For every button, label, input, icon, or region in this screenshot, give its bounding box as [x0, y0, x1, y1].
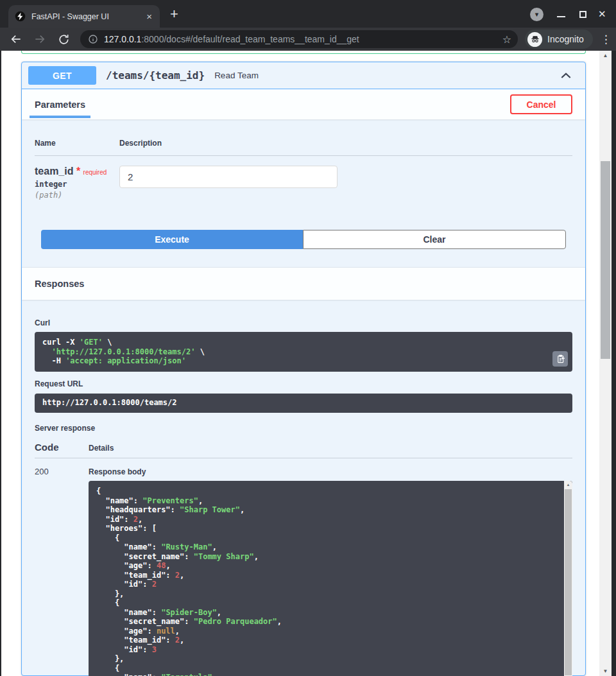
- site-info-icon[interactable]: [88, 34, 98, 44]
- page-scrollbar[interactable]: ▲ ▼: [599, 51, 612, 676]
- back-icon[interactable]: [9, 32, 23, 46]
- details-column-header: Details: [89, 444, 114, 453]
- active-tab-underline: [30, 116, 90, 118]
- cancel-button[interactable]: Cancel: [510, 94, 572, 114]
- response-row: 200 Response body { "name": "Preventers"…: [35, 467, 572, 676]
- forward-icon[interactable]: [33, 32, 47, 46]
- incognito-label: Incognito: [547, 34, 584, 44]
- previous-operation-edge: [21, 51, 586, 54]
- curl-command-block: curl -X 'GET' \ 'http://127.0.0.1:8000/t…: [35, 332, 572, 372]
- browser-tab[interactable]: FastAPI - Swagger UI ×: [8, 5, 160, 28]
- address-bar[interactable]: 127.0.0.1:8000/docs#/default/read_team_t…: [80, 30, 518, 48]
- parameter-name: team_id * required: [35, 166, 119, 177]
- browser-window: FastAPI - Swagger UI × + ▾ ✕ 127.0.0.1:8…: [0, 0, 616, 676]
- new-tab-button[interactable]: +: [170, 6, 178, 22]
- fastapi-favicon-icon: [15, 11, 26, 22]
- menu-icon[interactable]: ⋮: [601, 33, 612, 46]
- copy-to-clipboard-button[interactable]: [552, 351, 568, 367]
- curl-command-text: curl -X 'GET' \ 'http://127.0.0.1:8000/t…: [42, 338, 565, 366]
- response-body-block: { "name": "Preventers", "headquarters": …: [89, 481, 572, 676]
- parameter-row: team_id * required integer (path): [35, 166, 572, 200]
- minimize-button[interactable]: [557, 16, 565, 17]
- code-column-header: Code: [35, 442, 89, 453]
- operation-summary: Read Team: [214, 71, 259, 80]
- parameter-name-cell: team_id * required integer (path): [35, 166, 119, 200]
- response-table-header: Code Details: [35, 442, 572, 458]
- close-window-button[interactable]: ✕: [598, 8, 606, 20]
- request-url-text: http://127.0.0.1:8000/teams/2: [42, 398, 565, 408]
- responses-content: Curl curl -X 'GET' \ 'http://127.0.0.1:8…: [22, 300, 585, 676]
- maximize-button[interactable]: [579, 11, 586, 18]
- response-details-cell: Response body { "name": "Preventers", "h…: [89, 467, 572, 676]
- page-scroll-up-icon[interactable]: ▲: [599, 53, 612, 58]
- description-column-header: Description: [119, 139, 162, 148]
- method-badge: GET: [28, 66, 96, 85]
- parameters-tab[interactable]: Parameters: [35, 100, 85, 110]
- tab-strip: FastAPI - Swagger UI × + ▾ ✕: [0, 0, 616, 28]
- scrollbar-thumb[interactable]: [565, 489, 572, 675]
- browser-toolbar: 127.0.0.1:8000/docs#/default/read_team_t…: [0, 28, 616, 51]
- operation-path: /teams/{team_id}: [106, 69, 205, 82]
- team-id-input[interactable]: [119, 166, 338, 188]
- collapse-chevron-icon[interactable]: [560, 69, 572, 82]
- tab-close-icon[interactable]: ×: [145, 12, 153, 21]
- required-label: required: [83, 169, 107, 176]
- scroll-up-arrow-icon[interactable]: ▲: [564, 483, 572, 487]
- incognito-icon: [527, 32, 542, 47]
- bookmark-star-icon[interactable]: ☆: [502, 33, 511, 46]
- get-operation-block: GET /teams/{team_id} Read Team Parameter…: [21, 62, 586, 676]
- name-column-header: Name: [35, 139, 119, 148]
- url-text: 127.0.0.1:8000/docs#/default/read_team_t…: [104, 34, 499, 44]
- tab-title: FastAPI - Swagger UI: [31, 12, 145, 21]
- tab-search-button[interactable]: ▾: [530, 8, 543, 21]
- execute-row: Execute Clear: [41, 230, 566, 249]
- page-content: GET /teams/{team_id} Read Team Parameter…: [0, 51, 616, 676]
- reload-icon[interactable]: [56, 32, 71, 46]
- url-host: 127.0.0.1: [104, 34, 141, 44]
- curl-label: Curl: [35, 318, 50, 327]
- status-code: 200: [35, 467, 89, 676]
- request-url-block: http://127.0.0.1:8000/teams/2: [35, 394, 572, 413]
- request-url-label: Request URL: [35, 379, 572, 388]
- response-body-label: Response body: [89, 467, 572, 476]
- parameters-section-header: Parameters Cancel: [22, 89, 585, 119]
- page-scrollbar-thumb[interactable]: [601, 161, 610, 359]
- parameter-description-cell: [119, 166, 338, 200]
- response-body-scrollbar[interactable]: ▲: [564, 481, 572, 676]
- execute-button[interactable]: Execute: [41, 230, 303, 249]
- parameter-location: (path): [35, 191, 119, 200]
- swagger-page: GET /teams/{team_id} Read Team Parameter…: [1, 51, 599, 676]
- parameter-type: integer: [35, 180, 119, 189]
- responses-title: Responses: [35, 279, 84, 289]
- url-path: :8000/docs#/default/read_team_teams__tea…: [141, 34, 359, 44]
- parameters-table: Name Description team_id * required inte…: [22, 119, 585, 249]
- incognito-badge: Incognito: [525, 30, 593, 49]
- required-star: *: [76, 166, 80, 177]
- page-scroll-down-icon[interactable]: ▼: [599, 668, 612, 674]
- response-body-json: { "name": "Preventers", "headquarters": …: [96, 487, 556, 676]
- server-response-label: Server response: [35, 424, 572, 433]
- clear-button[interactable]: Clear: [303, 230, 566, 249]
- responses-section-header: Responses: [22, 268, 585, 300]
- operation-header[interactable]: GET /teams/{team_id} Read Team: [22, 62, 585, 89]
- parameters-table-header: Name Description: [35, 139, 572, 156]
